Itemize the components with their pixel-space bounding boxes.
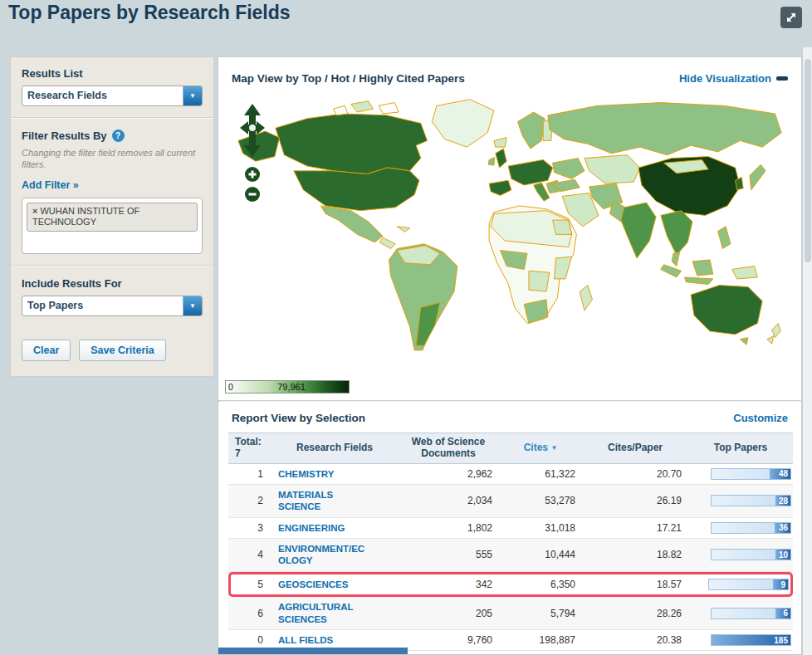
clear-button[interactable]: Clear: [22, 340, 71, 361]
cites-per-paper-cell: 28.26: [582, 597, 688, 630]
map-zoom-controls[interactable]: [238, 103, 267, 209]
zoom-in-icon: [245, 167, 260, 182]
chevron-down-icon[interactable]: ▼: [183, 86, 202, 105]
world-map[interactable]: [223, 95, 796, 369]
rank-cell: 4: [228, 539, 271, 572]
rank-cell: 6: [228, 597, 271, 630]
rank-cell: 3: [228, 518, 271, 539]
main-panel: Map View by Top / Hot / Highly Cited Pap…: [218, 56, 802, 655]
map-south-america: [389, 244, 457, 350]
map-oceania: [691, 286, 780, 345]
field-link[interactable]: ENVIRONMENT/ECOLOGY: [278, 543, 366, 567]
cites-header-label: Cites: [524, 442, 548, 453]
field-cell: ENVIRONMENT/ECOLOGY: [271, 539, 398, 572]
include-results-label: Include Results For: [22, 277, 203, 290]
docs-cell: 555: [398, 539, 499, 572]
map-legend-gradient: 0 79,961: [225, 380, 350, 393]
add-filter-link[interactable]: Add Filter »: [22, 179, 79, 191]
filter-note: Changing the filter field removes all cu…: [22, 147, 203, 171]
cites-per-paper-cell: 18.82: [582, 539, 688, 572]
customize-link[interactable]: Customize: [733, 412, 788, 424]
cites-cell: 61,322: [499, 464, 582, 485]
scrollbar-thumb[interactable]: [805, 59, 811, 262]
docs-cell: 1,802: [398, 518, 499, 539]
top-papers-cell: 6: [688, 597, 793, 630]
cites-per-paper-cell: 20.38: [582, 630, 688, 651]
top-papers-cell: 28: [688, 485, 793, 518]
include-results-value: Top Papers: [22, 296, 183, 315]
field-link[interactable]: MATERIALS SCIENCE: [278, 489, 345, 513]
vertical-scrollbar[interactable]: [802, 47, 812, 655]
rank-cell: 2: [228, 485, 271, 518]
report-view-title: Report View by Selection: [232, 412, 365, 424]
docs-cell: 9,760: [398, 630, 499, 651]
field-link[interactable]: CHEMISTRY: [278, 468, 334, 480]
filter-tag-label: WUHAN INSTITUTE OF TECHNOLOGY: [32, 206, 139, 227]
field-cell: AGRICULTURAL SCIENCES: [271, 597, 398, 630]
cites-per-paper-cell: 20.70: [582, 464, 688, 485]
top-papers-cell: 48: [688, 464, 793, 485]
rank-cell: 5: [228, 572, 271, 597]
page-header: Top Papers by Research Fields: [0, 0, 812, 48]
filter-tag[interactable]: ×WUHAN INSTITUTE OF TECHNOLOGY: [27, 203, 198, 232]
table-row: 3 ENGINEERING 1,802 31,018 17.21 36: [228, 518, 793, 539]
table-row-highlighted: 5 GEOSCIENCES 342 6,350 18.57 9: [228, 572, 793, 597]
hide-visualization-label: Hide Visualization: [679, 72, 771, 85]
map-asia: [548, 103, 781, 285]
minus-icon: [776, 76, 788, 81]
docs-cell: 2,034: [398, 485, 499, 518]
pan-control: [240, 104, 265, 157]
map-africa: [489, 206, 592, 324]
include-results-dropdown[interactable]: Top Papers ▼: [22, 296, 203, 316]
field-cell: ENGINEERING: [271, 518, 398, 539]
remove-filter-icon[interactable]: ×: [32, 206, 37, 216]
cites-cell: 6,350: [499, 572, 582, 597]
top-papers-bar: 9: [708, 579, 789, 590]
save-criteria-button[interactable]: Save Criteria: [79, 340, 165, 361]
top-papers-header[interactable]: Top Papers: [688, 433, 793, 464]
expand-icon[interactable]: [780, 7, 802, 28]
sidebar-divider: [11, 265, 213, 266]
report-table: Total:7 Research Fields Web of Science D…: [228, 433, 793, 651]
table-row: 2 MATERIALS SCIENCE 2,034 53,278 26.19 2…: [228, 485, 793, 518]
field-link[interactable]: ENGINEERING: [278, 522, 345, 534]
top-papers-bar: 185: [711, 634, 791, 646]
legend-min-label: 0: [228, 382, 233, 392]
map-area: 0 79,961: [223, 91, 796, 400]
field-cell: MATERIALS SCIENCE: [271, 485, 398, 518]
top-papers-cell: 10: [688, 539, 793, 572]
results-list-value: Research Fields: [22, 86, 183, 105]
results-list-dropdown[interactable]: Research Fields ▼: [22, 86, 203, 106]
top-papers-cell: 36: [688, 518, 793, 539]
cites-header[interactable]: Cites ▼: [499, 433, 582, 464]
docs-cell: 342: [398, 572, 499, 597]
cites-cell: 10,444: [499, 539, 582, 572]
docs-cell: 2,962: [398, 464, 499, 485]
expand-arrows-icon: [784, 10, 799, 25]
docs-cell: 205: [398, 597, 499, 630]
cites-cell: 31,018: [499, 518, 582, 539]
help-icon[interactable]: ?: [112, 130, 125, 142]
field-cell: GEOSCIENCES: [271, 572, 398, 597]
field-cell: CHEMISTRY: [271, 464, 398, 485]
wos-documents-header[interactable]: Web of Science Documents: [398, 433, 499, 464]
table-header-row: Total:7 Research Fields Web of Science D…: [228, 433, 793, 464]
field-link[interactable]: ALL FIELDS: [278, 634, 333, 646]
table-row: 1 CHEMISTRY 2,962 61,322 20.70 48: [228, 464, 793, 485]
field-link[interactable]: GEOSCIENCES: [278, 579, 348, 590]
cites-per-paper-cell: 26.19: [582, 485, 688, 518]
cites-per-paper-header[interactable]: Cites/Paper: [582, 433, 688, 464]
top-papers-cell: 185: [688, 630, 793, 651]
field-link[interactable]: AGRICULTURAL SCIENCES: [278, 601, 361, 625]
active-filters-box: ×WUHAN INSTITUTE OF TECHNOLOGY: [22, 198, 203, 254]
top-papers-bar: 48: [711, 468, 791, 480]
table-row: 4 ENVIRONMENT/ECOLOGY 555 10,444 18.82 1…: [228, 539, 793, 572]
hide-visualization-link[interactable]: Hide Visualization: [679, 72, 788, 85]
research-fields-header[interactable]: Research Fields: [271, 433, 398, 464]
chevron-down-icon[interactable]: ▼: [183, 296, 202, 315]
sidebar-divider: [11, 117, 213, 119]
table-row: 6 AGRICULTURAL SCIENCES 205 5,794 28.26 …: [228, 597, 793, 630]
map-north-america: [238, 100, 494, 249]
top-papers-bar: 10: [711, 549, 791, 560]
top-papers-bar: 36: [711, 522, 791, 534]
